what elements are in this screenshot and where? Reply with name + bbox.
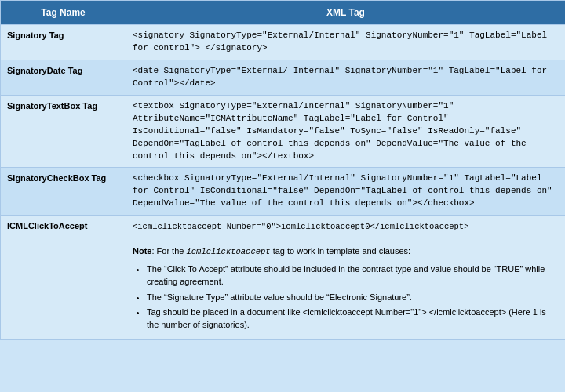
icml-clicktoaccept-tag-name: ICMLClickToAccept: [1, 216, 126, 340]
col-header-xml-tag: XML Tag: [126, 1, 566, 25]
list-item: The “Signature Type” attribute value sho…: [147, 292, 559, 304]
signatory-checkbox-tag-xml: <checkbox SignatoryType="External/Intern…: [126, 168, 566, 216]
icml-xml-line1: <icmlclicktoaccept Number="0">icmlclickt…: [133, 222, 468, 231]
list-item: The “Click To Accept” attribute should b…: [147, 263, 559, 289]
note-line: Note: For the icmlclicktoaccept tag to w…: [133, 246, 410, 256]
signatory-tag-name: Signatory Tag: [1, 25, 126, 60]
icml-clicktoaccept-xml: <icmlclicktoaccept Number="0">icmlclickt…: [126, 216, 566, 340]
col-header-tag-name: Tag Name: [1, 1, 126, 25]
list-item: Tag should be placed in a document like …: [147, 307, 559, 332]
bullet-list: The “Click To Accept” attribute should b…: [147, 263, 559, 332]
note-bold-label: Note: [133, 246, 151, 256]
signatory-date-tag-name: SignatoryDate Tag: [1, 60, 126, 95]
signatory-date-tag-xml: <date SignatoryType="External/ Internal"…: [126, 60, 566, 95]
signatory-textbox-tag-xml: <textbox SignatoryType="External/Interna…: [126, 95, 566, 168]
signatory-textbox-tag-name: SignatoryTextBox Tag: [1, 95, 126, 168]
signatory-tag-xml: <signatory SignatoryType="External/Inter…: [126, 25, 566, 60]
note-italic-tag: icmlclicktoaccept: [186, 247, 270, 256]
signatory-checkbox-tag-name: SignatoryCheckBox Tag: [1, 168, 126, 216]
